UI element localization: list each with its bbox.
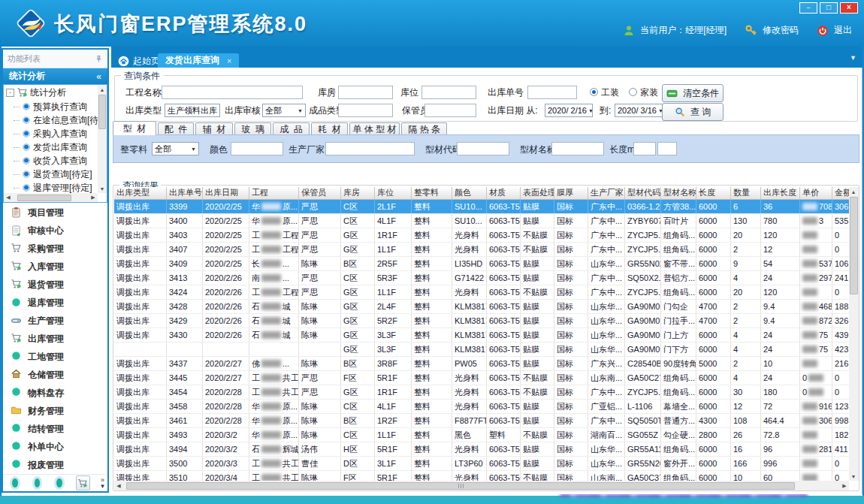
sidebar-group-入库管理[interactable]: 入库管理 (3, 258, 107, 276)
tab-shipping-outbound-query[interactable]: 发货出库查询 × (158, 53, 239, 68)
scroll-right-icon[interactable]: ▶ (840, 481, 849, 490)
table-row[interactable]: 调拨出库34292020/2/26石城陈琳G区5R2F整料KLM38176063… (114, 314, 849, 328)
material-tab-玻璃[interactable]: 玻 璃 (234, 122, 271, 135)
table-row[interactable]: 调拨出库34932020/3/2华原...陈琳C区1L1F整料黑色塑料不贴膜国标… (114, 428, 849, 442)
table-row[interactable]: 调拨出库34072020/2/25工工程严思G区1L1F整料光身料6063-T5… (114, 243, 849, 257)
sidebar-group-采购管理[interactable]: 采购管理 (3, 240, 107, 258)
column-header-outlen[interactable]: 出库长度 (761, 187, 800, 199)
tree-item[interactable]: 发货出库查询 (4, 140, 98, 154)
table-row[interactable]: 调拨出库34612020/2/28华原...陈琳B区1R2F整料F8877FT6… (114, 414, 849, 428)
radio-jiazhuang[interactable] (629, 88, 637, 96)
material-tab-隔热条[interactable]: 隔 热 条 (401, 122, 447, 135)
column-header-whole[interactable]: 整零料 (412, 187, 452, 199)
table-row[interactable]: 调拨出库34372020/2/27佛...陈琳B区3R8F整料PW056063-… (114, 357, 849, 371)
column-header-keeper[interactable]: 保管员 (299, 187, 341, 199)
scroll-up-icon[interactable]: ▲ (849, 187, 858, 196)
column-header-film[interactable]: 膜厚 (554, 187, 588, 199)
table-row[interactable]: 调拨出库34282020/2/26石城陈琳G区2L4F整料KLM38176063… (114, 300, 849, 314)
tree-vertical-scrollbar[interactable]: ▲ ▼ (98, 85, 107, 193)
out-type-combo[interactable]: 生产领料出库▼ (165, 104, 220, 117)
column-header-surf[interactable]: 表面处理 (521, 187, 554, 199)
order-no-input[interactable] (527, 86, 577, 99)
sidebar-group-财务管理[interactable]: 财务管理 (3, 402, 107, 420)
table-row[interactable]: 调拨出库35002020/3/3工共工程曹佳D区3L1F整料LT3P606063… (114, 457, 849, 471)
group-dot-button[interactable] (56, 478, 62, 487)
table-row[interactable]: 调拨出库34452020/2/27工共工程严思F区5R1F整料光身料6063-T… (114, 371, 849, 385)
column-header-loc[interactable]: 库位 (375, 187, 412, 199)
search-button[interactable]: 查 询 (662, 103, 724, 121)
sidebar-group-生产管理[interactable]: 生产管理 (3, 312, 107, 330)
tab-list-dropdown-icon[interactable]: ▼ (850, 54, 856, 62)
keeper-input[interactable] (424, 104, 476, 117)
project-name-input[interactable] (162, 86, 303, 99)
length-from-input[interactable] (633, 142, 656, 155)
tree-expand-icon[interactable]: - (6, 89, 14, 97)
minimize-button[interactable]: － (799, 2, 817, 14)
date-to-combo[interactable]: 2020/ 3/16▼ (615, 104, 663, 117)
column-header-amount[interactable]: 金额 (832, 187, 849, 199)
table-row[interactable]: 调拨出库34302020/2/26石城陈琳G区3L3F整料KLM38176063… (114, 328, 849, 343)
collapse-icon[interactable]: « (96, 71, 101, 82)
table-row[interactable]: 调拨出库34942020/3/2石辉城汤伟H区5R1F整料光身料6063-T5贴… (114, 442, 849, 457)
date-from-combo[interactable]: 2020/ 2/16▼ (545, 104, 593, 117)
tree-horizontal-scrollbar[interactable]: ◀ ▶ (4, 193, 98, 202)
sidebar-group-header-statistics[interactable]: 统计分析 « (3, 68, 107, 84)
sidebar-group-项目管理[interactable]: 项目管理 (3, 204, 107, 222)
group-dot-button[interactable] (12, 478, 18, 487)
table-row[interactable]: 调拨出库34242020/2/26工工程严思G区1L1F整料光身料6063-T5… (114, 285, 849, 300)
sidebar-group-工地管理[interactable]: 工地管理 (3, 349, 107, 367)
change-password-link[interactable]: 修改密码 (763, 24, 799, 37)
tab-close-icon[interactable]: × (227, 56, 231, 65)
table-row[interactable]: 调拨出库33992020/2/25华原...严思C区2L1F整料SU10...6… (114, 200, 849, 214)
column-header-proj[interactable]: 工程 (249, 187, 299, 199)
scroll-left-icon[interactable]: ◀ (114, 481, 123, 490)
column-header-wh[interactable]: 库房 (341, 187, 375, 199)
material-tab-成品[interactable]: 成 品 (273, 122, 310, 135)
tree-item[interactable]: 采购入库查询 (4, 127, 98, 140)
column-header-mat[interactable]: 材质 (487, 187, 521, 199)
profile-name-input[interactable] (551, 142, 604, 155)
material-tab-型材[interactable]: 型 材 (113, 121, 156, 135)
clear-conditions-button[interactable]: 清空条件 (662, 84, 724, 102)
tree-item[interactable]: 预算执行查询 (4, 100, 98, 113)
sidebar-group-结转管理[interactable]: 结转管理 (3, 420, 107, 438)
material-tab-耗材[interactable]: 耗 材 (311, 122, 348, 135)
close-button[interactable]: × (840, 2, 858, 14)
table-row[interactable]: 调拨出库34582020/2/28华原...陈琳C区4L1F整料光身料6063-… (114, 400, 849, 414)
group-cart-button[interactable] (76, 475, 91, 490)
column-header-type[interactable]: 出库类型 (114, 187, 167, 199)
scroll-right-icon[interactable]: ▶ (89, 193, 98, 202)
logout-link[interactable]: 退出 (834, 24, 852, 37)
column-header-name[interactable]: 型材名称 (661, 187, 696, 199)
tree-item[interactable]: 收货入库查询 (4, 154, 98, 167)
table-vertical-scrollbar[interactable]: ▲ ▼ (849, 187, 859, 481)
sidebar-group-仓储管理[interactable]: 仓储管理 (3, 366, 107, 384)
profile-code-input[interactable] (457, 142, 509, 155)
scroll-down-icon[interactable]: ▼ (98, 184, 107, 193)
tree-item[interactable]: 退货查询[待定] (4, 167, 98, 181)
column-header-factory[interactable]: 生产厂家 (588, 187, 625, 199)
scroll-left-icon[interactable]: ◀ (4, 193, 13, 202)
column-header-price[interactable]: 单价 (800, 187, 832, 199)
sidebar-group-补单中心[interactable]: 补单中心 (3, 438, 107, 456)
pin-icon[interactable] (95, 55, 103, 63)
column-header-len[interactable]: 长度 (696, 187, 731, 199)
column-header-no[interactable]: 出库单号 (167, 187, 203, 199)
warehouse-input[interactable] (338, 86, 393, 99)
sidebar-group-报废管理[interactable]: 报废管理 (3, 456, 107, 474)
tree-root-node[interactable]: - 统计分析 (4, 85, 98, 100)
more-groups-chevron[interactable]: »▾ (101, 477, 104, 489)
table-row[interactable]: 调拨出库34132020/2/26南...严思C区5R3F整料G71422606… (114, 271, 849, 285)
table-row[interactable]: 调拨出库34542020/2/28工共工程严思G区1R1F整料光身料6063-T… (114, 385, 849, 400)
sidebar-group-退库管理[interactable]: 退库管理 (3, 294, 107, 312)
factory-input[interactable] (325, 142, 415, 155)
scroll-down-icon[interactable]: ▼ (849, 472, 858, 481)
radio-gongzhuang[interactable] (590, 88, 598, 96)
material-tab-单体型材[interactable]: 单 体 型 材 (349, 122, 400, 135)
tree-item[interactable]: 退库管理[待定] (4, 181, 98, 193)
location-input[interactable] (421, 86, 476, 99)
table-row[interactable]: 调拨出库34092020/2/25长...陈琳B区2R5F整料LI35HD606… (114, 257, 849, 271)
sidebar-group-审核中心[interactable]: 审核中心 (3, 222, 107, 240)
table-row[interactable]: 调拨出库35102020/3/4工共工程陈琳F区5R1F整料光身料6063-T5… (114, 471, 849, 481)
tree-item[interactable]: 在途信息查询[待 (4, 113, 98, 127)
